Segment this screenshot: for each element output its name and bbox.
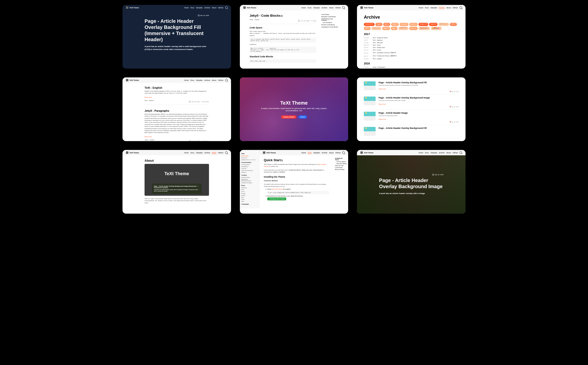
sidebar-item[interactable]: Item xyxy=(241,196,258,198)
search-icon[interactable] xyxy=(342,151,345,154)
toc-item[interactable]: Installing the Theme xyxy=(335,157,347,161)
nav-archive[interactable]: Archive xyxy=(204,7,210,9)
nav-docs[interactable]: Docs xyxy=(425,7,429,9)
sidebar-item[interactable]: Spacing xyxy=(241,187,258,189)
tag[interactable]: English xyxy=(150,139,155,141)
sidebar-item[interactable]: Layouts xyxy=(241,168,258,170)
archive-link[interactable]: Jekyll - Paragraphs xyxy=(373,66,385,68)
toc-item[interactable]: Build and Publish xyxy=(335,169,347,170)
nav-about[interactable]: About xyxy=(212,79,216,81)
search-icon[interactable] xyxy=(342,6,345,9)
nav-archive[interactable]: Archive xyxy=(322,152,327,154)
nav-samples[interactable]: Samples xyxy=(196,152,203,154)
tag-pill[interactable]: グリッド 1 xyxy=(371,27,381,30)
sidebar-item[interactable]: Structure xyxy=(241,157,258,159)
nav-about[interactable]: About xyxy=(446,7,451,9)
toc-item[interactable]: Code Spans xyxy=(321,14,338,15)
sidebar-item[interactable]: Quick Start xyxy=(241,155,258,157)
read-more-link[interactable]: Read more xyxy=(379,103,386,105)
tag-pill[interactable]: English 10 xyxy=(418,23,428,26)
nav-home[interactable]: Home xyxy=(184,79,189,81)
tag[interactable]: Jekyll xyxy=(145,139,148,141)
tag-pill[interactable]: Jekyll 4 xyxy=(391,23,399,26)
brand[interactable]: TeXt Theme xyxy=(360,151,373,154)
search-icon[interactable] xyxy=(460,6,462,9)
tag-pill[interactable]: 字体 5 xyxy=(375,23,382,26)
toc-item[interactable]: Highlighting Code Snippets xyxy=(321,18,338,21)
tag-pill[interactable]: テスト 1 xyxy=(409,27,418,30)
nav-docs[interactable]: Docs xyxy=(190,7,194,9)
sidebar-item[interactable]: Authors xyxy=(241,171,258,173)
toc-item[interactable]: Language of Code Blocks xyxy=(321,26,338,28)
brand[interactable]: TeXt Theme xyxy=(360,6,373,9)
tag-pill[interactable]: 中文 2 xyxy=(383,23,390,26)
sidebar-item[interactable]: Writing Posts xyxy=(241,176,258,178)
tag-pill[interactable]: 😂💔😭💕 1 xyxy=(431,27,442,30)
nav-samples[interactable]: Samples xyxy=(313,152,320,154)
nav-archive[interactable]: Archive xyxy=(439,7,445,9)
nav-home[interactable]: Home xyxy=(419,152,423,154)
archive-link[interactable]: TeXt - Chart xyxy=(373,44,380,46)
nav-about[interactable]: About xyxy=(329,7,333,9)
sidebar-item[interactable]: Grid xyxy=(241,189,258,191)
external-icon[interactable] xyxy=(281,160,283,161)
nav-github[interactable]: GitHub xyxy=(453,152,458,154)
nav-docs[interactable]: Docs xyxy=(425,152,429,154)
external-icon[interactable] xyxy=(281,15,282,17)
sidebar-item[interactable]: Navigation xyxy=(241,166,258,168)
nav-home[interactable]: Home xyxy=(301,7,306,9)
nav-archive[interactable]: Archive xyxy=(204,152,210,154)
tag-pill[interactable]: Jekyll 10 xyxy=(429,23,438,26)
article-card[interactable]: Page - Article Header ImageA post has an… xyxy=(364,110,459,125)
tag[interactable]: TeXt xyxy=(145,100,147,101)
archive-link[interactable]: TeXt - Author xyxy=(373,49,381,51)
sidebar-item[interactable]: Configuration xyxy=(241,164,258,166)
getting-started-button[interactable]: Getting Started xyxy=(281,115,296,119)
repo-link[interactable]: jekyll-TeXt-theme xyxy=(271,188,283,190)
read-more-link[interactable]: Read more xyxy=(379,119,386,120)
sidebar-item[interactable]: Hero xyxy=(241,200,258,202)
tag-jekyll[interactable]: Jekyll xyxy=(250,19,253,20)
post-title[interactable]: TeXt - English xyxy=(145,86,209,89)
nav-samples[interactable]: Samples xyxy=(196,7,203,9)
archive-link[interactable]: TeXt - Traditional Chinese | 繁體中文 xyxy=(373,55,397,57)
nav-about[interactable]: About xyxy=(446,152,451,154)
brand[interactable]: TeXt Theme xyxy=(126,79,139,81)
sidebar-item[interactable]: Update form 1.x to 2.x xyxy=(241,159,258,161)
nav-about[interactable]: About xyxy=(212,7,216,9)
sidebar-item[interactable]: Image xyxy=(241,193,258,195)
toc-item[interactable]: Standard Code Blocks xyxy=(321,16,338,17)
nav-home[interactable]: Home xyxy=(301,152,306,154)
sidebar-item[interactable]: Icons xyxy=(241,191,258,193)
nav-docs[interactable]: Docs xyxy=(308,7,312,9)
article-card[interactable]: Page - Article Header Overlay Background… xyxy=(364,125,459,138)
nav-docs[interactable]: Docs xyxy=(190,152,194,154)
sidebar-item[interactable]: Logo and Favicon xyxy=(241,170,258,171)
article-card[interactable]: Page - Article Header Overlay Background… xyxy=(364,95,459,110)
archive-link[interactable]: TeXt - Mermaid xyxy=(373,42,383,43)
nav-samples[interactable]: Samples xyxy=(430,152,437,154)
search-icon[interactable] xyxy=(460,151,462,154)
tag-pill[interactable]: ไทย 1 xyxy=(391,27,398,30)
nav-github[interactable]: GitHub xyxy=(218,79,223,81)
brand[interactable]: TeXt Theme xyxy=(126,6,139,9)
download-button[interactable]: ↓ Download TeXt Theme xyxy=(267,197,286,200)
nav-github[interactable]: GitHub xyxy=(218,152,223,154)
toc-item[interactable]: Setup Your Site xyxy=(335,165,347,167)
post-title[interactable]: Jekyll - Paragraphs xyxy=(145,109,209,112)
nav-home[interactable]: Home xyxy=(419,7,423,9)
sidebar-item[interactable]: Card xyxy=(241,198,258,200)
toc-item[interactable]: Fenced Code Blocks xyxy=(321,24,338,25)
tag[interactable]: English xyxy=(149,100,154,101)
nav-github[interactable]: GitHub xyxy=(335,152,341,154)
tag-pill[interactable]: Show All 22 xyxy=(364,23,374,26)
tag-pill[interactable]: 한국어 1 xyxy=(409,23,418,26)
archive-link[interactable]: TeXt - Simplified Chinese | 简体中文 xyxy=(373,52,396,54)
nav-home[interactable]: Home xyxy=(184,7,189,9)
read-more-link[interactable]: Read more xyxy=(145,136,152,137)
nav-github[interactable]: GitHub xyxy=(335,7,341,9)
tag-pill[interactable]: TeXt 4 xyxy=(450,23,457,26)
sidebar-item[interactable]: Markdown Enhancements xyxy=(241,178,258,182)
nav-samples[interactable]: Samples xyxy=(196,79,203,81)
archive-link[interactable]: TeXt - Additional Styles xyxy=(373,37,388,38)
